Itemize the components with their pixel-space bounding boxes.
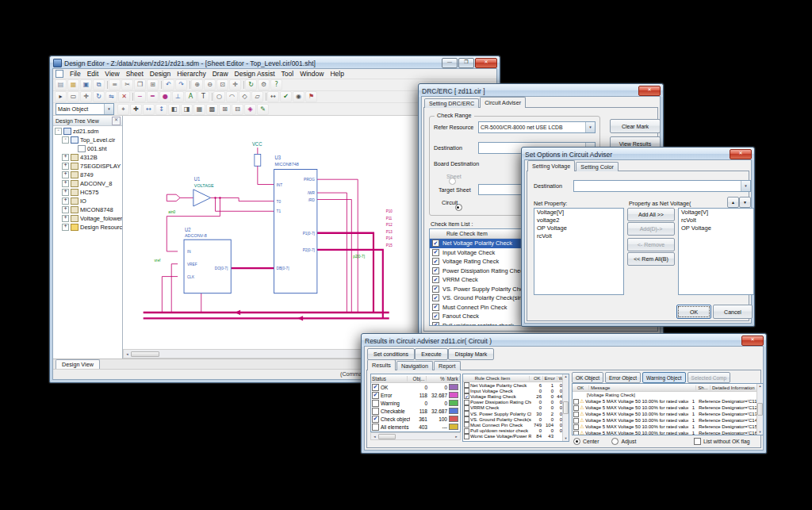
menu-item[interactable]: Window [297,70,327,78]
tree-expander-icon[interactable]: + [62,189,69,196]
list-item[interactable]: OP Voltage [679,224,753,232]
port-labels[interactable]: P10 P11 P12 P13 P14 P15 [386,209,393,247]
status-row[interactable]: ✔Error 118 32.687 [371,391,460,399]
item-checkbox[interactable]: ✔ [432,286,439,293]
hatch-icon[interactable]: ▩ [206,104,218,115]
rule-row[interactable]: Must Connect Pin Check 749 104 0 [463,422,569,428]
vcc-power-symbol[interactable]: VCC [252,141,274,185]
message-checkbox[interactable] [573,431,579,436]
message-checkbox[interactable] [573,418,579,424]
object-filter-button[interactable]: Selected Comp [688,372,730,383]
undo-icon[interactable]: ↶ [163,79,174,90]
scroll-right-icon[interactable]: ► [453,435,460,439]
status-checkbox[interactable]: ✔ [372,392,379,399]
list-item[interactable]: voltage2 [534,217,623,224]
measure-icon[interactable]: ↔ [267,91,279,102]
rule-row[interactable]: Pull up/down resistor check 0 0 0 [463,428,569,434]
status-row[interactable]: Warning 0 0 [371,399,460,407]
add-window-icon[interactable]: ⊞ [219,104,231,115]
edit-icon[interactable]: ✎ [257,104,269,115]
rule-row[interactable]: Input Voltage Check 0 0 0 [463,388,569,393]
cancel-button[interactable]: Cancel [713,305,753,319]
stretch-v-icon[interactable]: ↕ [155,104,167,115]
arc-icon[interactable]: ◠ [226,91,238,102]
tool-icon[interactable] [264,92,266,102]
settings-icon[interactable]: ⚙ [258,79,270,90]
menu-item[interactable]: File [67,70,84,78]
status-checkbox[interactable] [372,400,379,407]
save-icon[interactable]: ▣ [80,79,92,90]
tree-item[interactable]: + 7SEGDISPLAY [53,162,122,171]
tree-expander-icon[interactable]: + [62,197,69,205]
rule-row[interactable]: Net Voltage Polarity Check 6 1 0 [463,382,569,388]
status-checkbox[interactable]: ✔ [372,416,379,423]
rule-table-scrollbar[interactable]: ▲ ▼ [562,374,569,441]
menu-item[interactable]: Design [147,70,174,78]
tree-expander-icon[interactable]: - [62,136,69,144]
message-row[interactable]: ⚠ Voltage 5 MAX Voltage 50 10.00% for ra… [573,417,763,424]
object-filter-button[interactable]: Error Object [605,372,641,383]
tree-expander-icon[interactable]: + [62,206,69,213]
minimize-button[interactable]: — [442,58,458,68]
zoom-in-icon[interactable]: ⊕ [191,79,203,90]
adjust-radio[interactable] [611,438,619,445]
menu-item[interactable]: Design Assist [232,70,278,78]
status-row[interactable]: All elements 403 --- [371,423,460,431]
list-item[interactable]: OP Voltage [534,224,623,232]
rule-checkbox[interactable] [464,388,469,393]
item-checkbox[interactable]: ✔ [432,294,439,301]
message-row[interactable]: ⚠ Voltage 5 MAX Voltage 50 10.00% for ra… [573,405,763,411]
status-row[interactable]: ✔OK 0 0 [371,383,460,391]
tree-item[interactable]: + 8749 [53,171,122,179]
scroll-down-icon[interactable]: ▼ [759,430,762,435]
scroll-up-icon[interactable]: ▲ [565,374,568,379]
maximize-button[interactable]: ❐ [458,58,474,68]
title-bar[interactable]: Design Editor - Z:/data/zuken/zd21/zd21.… [50,56,500,69]
scroll-left-icon[interactable]: ◄ [371,435,378,439]
rule-row[interactable]: VRRM Check 0 0 0 [463,405,569,411]
bus-icon[interactable]: ═ [147,91,159,102]
message-header[interactable]: Message [589,385,696,390]
grid-snap-icon[interactable]: ▦ [193,104,205,115]
tab-design-view[interactable]: Design View [56,359,100,369]
percent-header[interactable]: % [427,376,446,382]
order-down-button[interactable]: ▼ [739,197,751,208]
title-bar[interactable]: Set Options in Circuit Adviser ✕ [522,148,754,160]
display-mark-button[interactable]: Display Mark [448,348,494,360]
message-checkbox[interactable] [573,412,579,417]
item-checkbox[interactable]: ✔ [432,304,439,311]
menu-item[interactable]: Help [327,70,347,78]
help-icon[interactable]: ? [270,79,282,90]
zoom-fit-icon[interactable]: ⊡ [216,79,228,90]
message-row[interactable]: ⚠ Voltage 5 MAX Voltage 50 10.00% for ra… [573,411,763,417]
tree-expander-icon[interactable]: - [55,128,62,135]
tool-icon[interactable] [131,92,133,102]
tab-setting-voltage[interactable]: Setting Voltage [527,160,575,171]
highlight-net-icon[interactable]: ◈ [244,104,256,115]
tree-item[interactable]: + MICON8748 [53,205,122,214]
input-port-symbol[interactable] [167,194,193,201]
flag-icon[interactable]: ⚑ [305,91,317,102]
tree-item[interactable]: - Top_Level.cir [53,136,122,144]
ok-button[interactable]: OK [676,305,711,319]
status-row[interactable]: Checkable 118 32.687 [371,407,460,415]
print-icon[interactable]: ≡ [109,79,121,90]
menu-item[interactable]: Tool [278,70,297,78]
message-checkbox[interactable] [573,405,579,411]
tree-item[interactable]: - zd21.sdm [53,127,122,136]
status-checkbox[interactable] [372,408,379,415]
close-button[interactable]: ✕ [638,86,661,96]
circle-icon[interactable]: ○ [213,91,225,102]
rule-check-item-header[interactable]: Rule Check Item [473,376,530,381]
list-item[interactable]: rcVolt [679,217,753,224]
tree-item[interactable]: + 4312B [53,153,122,162]
tool-icon[interactable] [188,80,190,90]
refer-resource-select[interactable]: CR-5000/CR-8000 net USE LCDB ▼ [478,121,596,133]
component-u1-voltage[interactable]: U1 VOLTAGE [193,176,214,206]
rule-checkbox[interactable] [464,411,469,416]
text-icon[interactable]: T [197,91,209,102]
rectangle-icon[interactable]: ▱ [251,91,263,102]
rule-row[interactable]: VS. Ground Polarity Check(si... 0 0 0 [463,416,569,422]
tab-results[interactable]: Results [367,359,396,370]
sheet-document-icon[interactable] [56,70,63,78]
